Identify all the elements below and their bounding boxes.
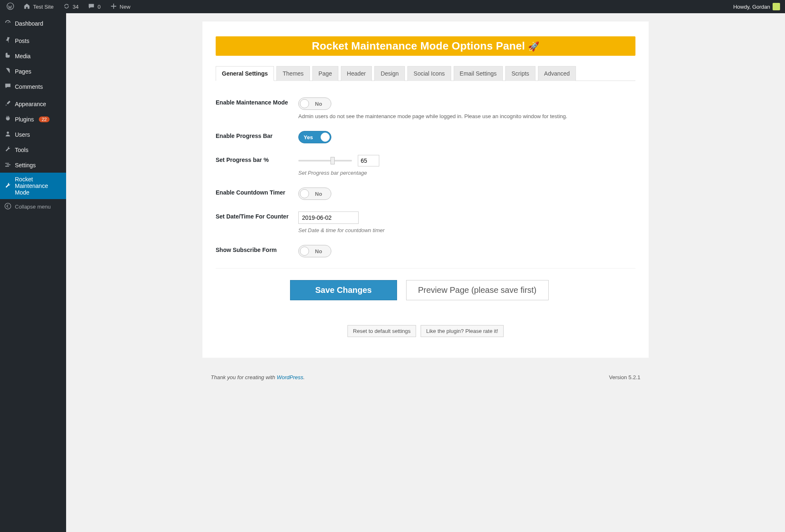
footer-thanks: Thank you for creating with WordPress. (211, 374, 305, 380)
comment-icon (88, 2, 95, 11)
desc-progress: Set Progress bar percentage (298, 170, 635, 176)
sidebar-item-plugins[interactable]: Plugins22 (0, 112, 66, 127)
sidebar-item-rocket-maintenance[interactable]: Rocket Maintenance Mode (0, 173, 66, 199)
label-enable-countdown: Enable Countdown Timer (216, 188, 298, 196)
sidebar-item-users[interactable]: Users (0, 127, 66, 142)
sidebar-item-label: Posts (15, 38, 29, 44)
svg-point-0 (7, 2, 14, 9)
avatar[interactable] (773, 3, 780, 10)
plugins-badge: 22 (39, 116, 50, 122)
tab-email-settings[interactable]: Email Settings (454, 66, 503, 81)
wordpress-link[interactable]: WordPress (277, 374, 303, 380)
sidebar-item-label: Dashboard (15, 20, 43, 27)
sidebar-item-settings[interactable]: Settings (0, 157, 66, 173)
sidebar-item-media[interactable]: Media (0, 48, 66, 64)
datetime-input[interactable] (298, 211, 359, 224)
dashboard-icon (4, 19, 12, 28)
sidebar-item-pages[interactable]: Pages (0, 64, 66, 79)
sidebar-item-label: Rocket Maintenance Mode (15, 176, 62, 196)
tab-general-settings[interactable]: General Settings (216, 66, 274, 81)
wordpress-icon (7, 2, 14, 11)
sidebar-item-label: Users (15, 131, 30, 138)
tab-scripts[interactable]: Scripts (505, 66, 535, 81)
slider-handle[interactable] (331, 157, 335, 164)
collapse-menu[interactable]: Collapse menu (0, 199, 66, 214)
row-enable-maintenance: Enable Maintenance Mode No Admin users d… (216, 92, 635, 125)
panel-title-text: Rocket Maintenance Mode Options Panel (312, 40, 525, 52)
admin-sidebar: Dashboard Posts Media Pages Comments App… (0, 13, 66, 532)
sidebar-item-label: Pages (15, 68, 31, 75)
save-button[interactable]: Save Changes (290, 280, 397, 300)
comment-icon (4, 82, 12, 91)
toggle-enable-progress[interactable]: Yes (298, 131, 331, 143)
label-enable-progress: Enable Progress Bar (216, 131, 298, 139)
label-progress-percent: Set Progress bar % (216, 155, 298, 163)
footer-buttons: Reset to default settings Like the plugi… (216, 325, 635, 337)
tab-design[interactable]: Design (374, 66, 405, 81)
collapse-label: Collapse menu (15, 204, 51, 210)
refresh-icon (63, 2, 70, 11)
new-link[interactable]: New (107, 0, 134, 13)
collapse-icon (4, 202, 12, 211)
label-enable-maintenance: Enable Maintenance Mode (216, 97, 298, 106)
sidebar-item-tools[interactable]: Tools (0, 142, 66, 157)
progress-slider[interactable] (298, 160, 352, 162)
row-enable-countdown: Enable Countdown Timer No (216, 182, 635, 206)
wp-logo[interactable] (3, 0, 17, 13)
sidebar-item-dashboard[interactable]: Dashboard (0, 16, 66, 31)
label-datetime: Set Date/Time For Counter (216, 211, 298, 220)
rocket-icon: 🚀 (528, 41, 539, 52)
tab-advanced[interactable]: Advanced (538, 66, 576, 81)
toggle-knob (300, 99, 309, 108)
updates-count: 34 (73, 4, 78, 10)
media-icon (4, 52, 12, 60)
footer-thanks-text: Thank you for creating with (211, 374, 277, 380)
wp-footer: Thank you for creating with WordPress. V… (202, 366, 649, 388)
toggle-enable-countdown[interactable]: No (298, 188, 331, 200)
site-link[interactable]: Test Site (20, 0, 57, 13)
new-label: New (120, 4, 131, 10)
sidebar-item-label: Tools (15, 147, 29, 153)
desc-datetime: Set Date & time for countdown timer (298, 227, 635, 233)
sidebar-item-appearance[interactable]: Appearance (0, 96, 66, 112)
pin-icon (4, 36, 12, 45)
row-enable-progress: Enable Progress Bar Yes (216, 125, 635, 149)
button-row: Save Changes Preview Page (please save f… (290, 280, 635, 300)
sidebar-item-label: Settings (15, 162, 36, 169)
toggle-enable-maintenance[interactable]: No (298, 97, 331, 110)
footer-dot: . (303, 374, 305, 380)
home-icon (23, 2, 31, 11)
site-name: Test Site (33, 4, 54, 10)
toggle-knob (321, 133, 330, 142)
wrench-icon (4, 145, 12, 154)
version-text: Version 5.2.1 (609, 374, 640, 380)
toggle-subscribe[interactable]: No (298, 245, 331, 257)
tabs: General Settings Themes Page Header Desi… (216, 66, 635, 81)
sidebar-item-comments[interactable]: Comments (0, 79, 66, 94)
desc-enable-maintenance: Admin users do not see the maintenance m… (298, 113, 635, 119)
svg-point-1 (7, 132, 9, 134)
greeting[interactable]: Howdy, Gordan (733, 4, 770, 10)
label-subscribe: Show Subscribe Form (216, 245, 298, 253)
content-area: Rocket Maintenance Mode Options Panel 🚀 … (66, 13, 785, 532)
wrench-icon (4, 182, 12, 190)
tab-page[interactable]: Page (312, 66, 338, 81)
plug-icon (4, 115, 12, 124)
rate-button[interactable]: Like the plugin? Please rate it! (421, 325, 503, 337)
sidebar-item-posts[interactable]: Posts (0, 33, 66, 48)
reset-button[interactable]: Reset to default settings (347, 325, 416, 337)
tab-themes[interactable]: Themes (276, 66, 310, 81)
user-icon (4, 130, 12, 139)
sidebar-item-label: Plugins (15, 116, 34, 123)
sidebar-item-label: Appearance (15, 101, 46, 107)
tab-social-icons[interactable]: Social Icons (407, 66, 451, 81)
options-panel: Rocket Maintenance Mode Options Panel 🚀 … (202, 21, 649, 358)
tab-header[interactable]: Header (341, 66, 372, 81)
updates-link[interactable]: 34 (59, 0, 82, 13)
preview-button[interactable]: Preview Page (please save first) (406, 280, 549, 300)
separator (216, 268, 635, 268)
comments-link[interactable]: 0 (84, 0, 104, 13)
plus-icon (110, 2, 117, 11)
progress-input[interactable] (358, 155, 379, 166)
admin-bar: Test Site 34 0 New Howdy, Gordan (0, 0, 785, 13)
